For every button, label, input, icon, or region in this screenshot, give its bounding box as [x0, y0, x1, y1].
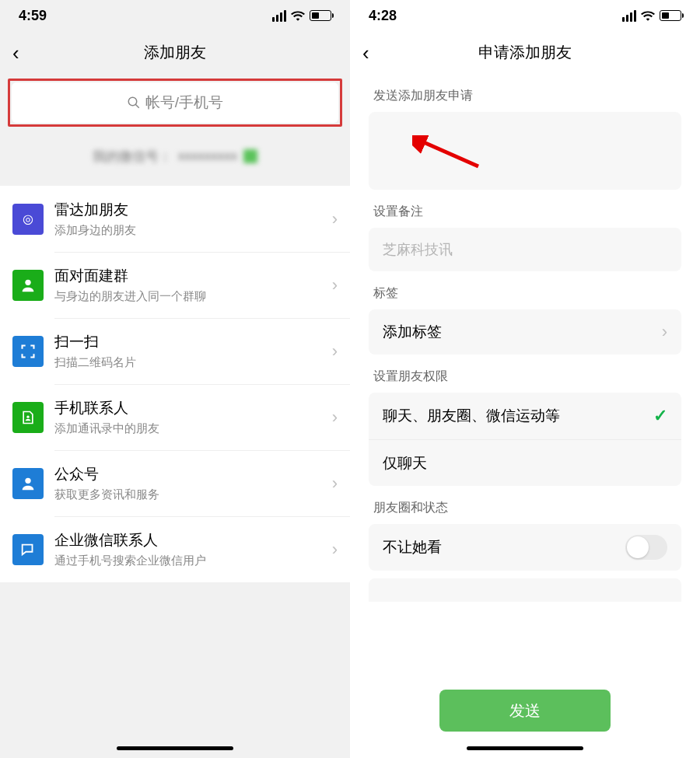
moments-hide-me-partial[interactable]	[369, 578, 681, 602]
item-sub: 添加身边的朋友	[54, 223, 332, 238]
nav-bar: ‹ 添加朋友	[0, 31, 350, 74]
svg-point-4	[25, 477, 30, 483]
status-icons	[622, 10, 681, 22]
search-highlight-annotation: 帐号/手机号	[8, 79, 342, 127]
item-title: 扫一扫	[54, 332, 332, 352]
svg-point-3	[26, 415, 29, 417]
chevron-right-icon: ›	[332, 407, 338, 428]
send-bar: 发送	[350, 668, 700, 732]
page-title: 添加朋友	[144, 42, 206, 63]
options-list: ◎ 雷达加朋友添加身边的朋友 › 面对面建群与身边的朋友进入同一个群聊 › 扫一…	[0, 186, 350, 582]
item-title: 手机联系人	[54, 398, 332, 418]
add-tag-row[interactable]: 添加标签 ›	[369, 309, 681, 355]
item-sub: 添加通讯录中的朋友	[54, 421, 332, 436]
home-indicator	[117, 746, 233, 750]
list-item-official[interactable]: 公众号获取更多资讯和服务 ›	[0, 450, 350, 516]
status-bar: 4:28	[350, 0, 700, 31]
chevron-right-icon: ›	[332, 209, 338, 229]
moments-block-label: 不让她看	[383, 537, 442, 557]
screen-add-friends: 4:59 ‹ 添加朋友 帐号/手机号 我的微信号：xxxxxxxxx ◎ 雷达加…	[0, 0, 350, 758]
item-sub: 通过手机号搜索企业微信用户	[54, 554, 332, 568]
chevron-right-icon: ›	[662, 322, 667, 342]
svg-line-1	[135, 104, 139, 108]
tag-action-label: 添加标签	[383, 322, 442, 342]
perm-option-all[interactable]: 聊天、朋友圈、微信运动等 ✓	[369, 393, 681, 439]
svg-point-2	[25, 279, 30, 285]
wifi-icon	[291, 10, 305, 21]
phone-contact-icon	[12, 402, 44, 433]
perm-option-chat-only[interactable]: 仅聊天	[369, 439, 681, 486]
battery-icon	[310, 10, 331, 21]
list-item-radar[interactable]: ◎ 雷达加朋友添加身边的朋友 ›	[0, 186, 350, 252]
remark-value: 芝麻科技讯	[383, 240, 453, 259]
label-request: 发送添加朋友申请	[350, 74, 700, 112]
search-input[interactable]: 帐号/手机号	[12, 82, 338, 123]
item-sub: 获取更多资讯和服务	[54, 487, 332, 502]
svg-line-5	[418, 140, 478, 166]
battery-icon	[660, 10, 681, 21]
request-message-input[interactable]	[369, 112, 681, 190]
wifi-icon	[641, 10, 655, 21]
nav-bar: ‹ 申请添加朋友	[350, 31, 700, 74]
radar-icon: ◎	[12, 204, 44, 235]
moments-block-her[interactable]: 不让她看	[369, 524, 681, 571]
my-wechat-id-row: 我的微信号：xxxxxxxxx	[0, 127, 350, 186]
list-item-scan[interactable]: 扫一扫扫描二维码名片 ›	[0, 318, 350, 384]
list-item-contacts[interactable]: 手机联系人添加通讯录中的朋友 ›	[0, 384, 350, 450]
item-title: 雷达加朋友	[54, 200, 332, 220]
label-tag: 标签	[350, 271, 700, 309]
list-item-wecom[interactable]: 企业微信联系人通过手机号搜索企业微信用户 ›	[0, 516, 350, 582]
status-time: 4:28	[369, 8, 397, 24]
perm-all-label: 聊天、朋友圈、微信运动等	[383, 406, 560, 426]
group-icon	[12, 270, 44, 301]
screen-friend-request: 4:28 ‹ 申请添加朋友 发送添加朋友申请 设置备注 芝麻科技讯 标签 添加标…	[350, 0, 700, 758]
fade-overlay	[350, 634, 700, 665]
status-icons	[272, 10, 331, 22]
status-bar: 4:59	[0, 0, 350, 31]
chevron-right-icon: ›	[332, 473, 338, 494]
search-placeholder: 帐号/手机号	[145, 93, 223, 113]
label-moments: 朋友圈和状态	[350, 486, 700, 524]
back-button[interactable]: ‹	[362, 43, 369, 63]
chevron-right-icon: ›	[332, 540, 338, 560]
svg-point-0	[128, 97, 137, 106]
arrow-annotation	[412, 135, 482, 174]
page-title: 申请添加朋友	[478, 42, 572, 63]
item-sub: 扫描二维码名片	[54, 355, 332, 370]
item-title: 企业微信联系人	[54, 530, 332, 550]
status-time: 4:59	[19, 8, 47, 24]
search-icon	[127, 96, 141, 110]
label-permissions: 设置朋友权限	[350, 355, 700, 393]
signal-icon	[272, 10, 286, 22]
send-button[interactable]: 发送	[439, 690, 611, 732]
item-sub: 与身边的朋友进入同一个群聊	[54, 289, 332, 304]
remark-input[interactable]: 芝麻科技讯	[369, 228, 681, 271]
home-indicator	[467, 746, 583, 750]
scan-icon	[12, 336, 44, 367]
qr-icon	[243, 149, 257, 163]
label-remark: 设置备注	[350, 190, 700, 228]
wecom-icon	[12, 534, 44, 565]
chevron-right-icon: ›	[332, 275, 338, 295]
official-account-icon	[12, 468, 44, 499]
item-title: 公众号	[54, 464, 332, 484]
signal-icon	[622, 10, 636, 22]
moments-options: 不让她看	[369, 524, 681, 571]
back-button[interactable]: ‹	[12, 43, 19, 63]
perm-chat-label: 仅聊天	[383, 453, 427, 473]
list-item-group[interactable]: 面对面建群与身边的朋友进入同一个群聊 ›	[0, 252, 350, 318]
permission-options: 聊天、朋友圈、微信运动等 ✓ 仅聊天	[369, 393, 681, 486]
check-icon: ✓	[653, 406, 667, 426]
item-title: 面对面建群	[54, 266, 332, 286]
chevron-right-icon: ›	[332, 341, 338, 362]
toggle-switch[interactable]	[625, 535, 667, 560]
